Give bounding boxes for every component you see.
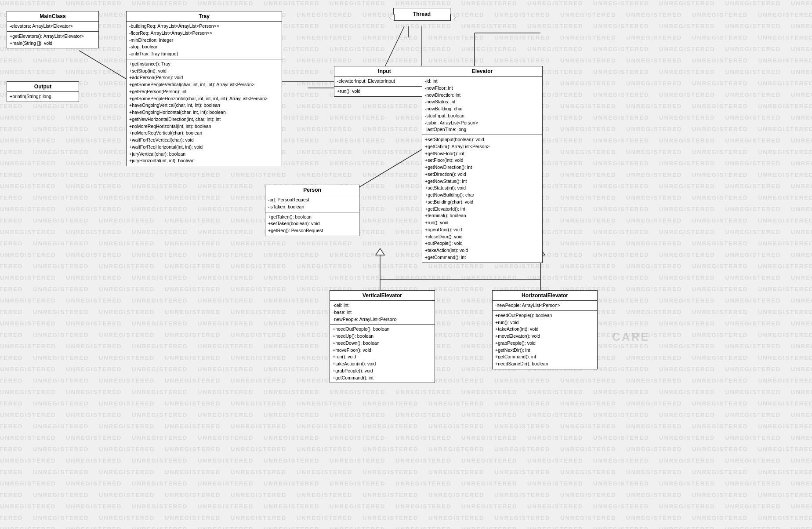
class-mainclass-attributes: -elevators: ArrayList<Elevator> <box>7 22 98 32</box>
class-horizontal-elevator-title: HorizontalElevator <box>493 291 597 301</box>
thread-diamond-left-inner <box>390 14 394 21</box>
class-output-title: Output <box>7 82 79 92</box>
class-input: Input -elevatorInput: ElevatorInput +run… <box>334 66 435 97</box>
class-input-attributes: -elevatorInput: ElevatorInput <box>334 77 435 87</box>
class-vertical-elevator-methods: +needOutPeople(): boolean +needUp(): boo… <box>330 325 435 383</box>
class-elevator-methods: +setStopInput(boolean): void +getCabin()… <box>422 135 542 263</box>
class-input-methods: +run(): void <box>334 87 435 96</box>
svg-marker-5 <box>376 248 384 255</box>
class-horizontal-elevator-attributes: -newPeople: ArrayList<Person> <box>493 301 597 311</box>
class-vertical-elevator-title: VerticalElevator <box>330 291 435 301</box>
class-person: Person -prt: PersonRequest -isTaken: boo… <box>265 185 359 236</box>
class-elevator-title: Elevator <box>422 66 542 77</box>
class-tray: Tray -buildingReq: ArrayList<ArrayList<P… <box>126 11 282 166</box>
thread-diamond-right-inner <box>451 14 455 21</box>
class-tray-title: Tray <box>127 11 282 22</box>
class-person-attributes: -prt: PersonRequest -isTaken: boolean <box>265 195 359 212</box>
class-mainclass: MainClass -elevators: ArrayList<Elevator… <box>7 11 99 48</box>
class-vertical-elevator-attributes: -ceil: int -base: int -newPeople: ArrayL… <box>330 301 435 325</box>
class-tray-attributes: -buildingReq: ArrayList<ArrayList<Person… <box>127 22 282 59</box>
class-elevator-attributes: -id: int -nowFloor: int -nowDirection: i… <box>422 77 542 135</box>
class-output: Output +println(String): long <box>7 81 79 102</box>
class-mainclass-methods: +getElevators(): ArrayList<Elevator> +ma… <box>7 32 98 48</box>
class-elevator: Elevator -id: int -nowFloor: int -nowDir… <box>422 66 543 263</box>
class-thread-title: Thread <box>394 8 450 20</box>
class-input-title: Input <box>334 66 435 77</box>
svg-line-2 <box>79 51 127 79</box>
class-vertical-elevator: VerticalElevator -ceil: int -base: int -… <box>330 290 435 383</box>
class-tray-methods: +getInstance(): Tray +setStop(int): void… <box>127 59 282 166</box>
class-thread: Thread <box>393 8 450 21</box>
class-output-methods: +println(String): long <box>7 92 79 102</box>
class-mainclass-title: MainClass <box>7 11 98 22</box>
class-person-methods: +getTaken(): boolean +setTaken(boolean):… <box>265 212 359 236</box>
care-watermark: CARE <box>612 330 650 344</box>
class-horizontal-elevator: HorizontalElevator -newPeople: ArrayList… <box>492 290 598 369</box>
class-person-title: Person <box>265 185 359 195</box>
class-horizontal-elevator-methods: +needOutPeople(): boolean +run(): void +… <box>493 311 597 369</box>
